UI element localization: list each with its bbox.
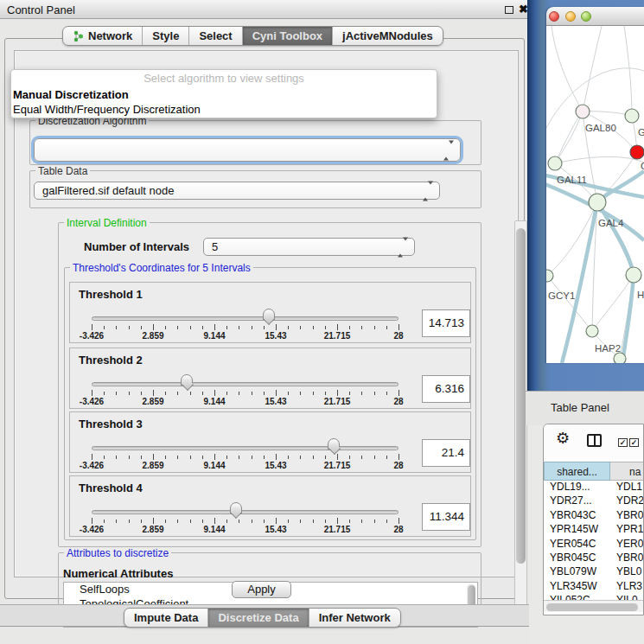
tab-network[interactable]: Network <box>63 27 142 45</box>
table-row[interactable]: YPR145WYPR1 <box>544 523 644 537</box>
slider-thumb[interactable] <box>328 438 340 450</box>
scrollbar-thumb[interactable] <box>516 228 526 564</box>
network-node[interactable] <box>586 325 598 337</box>
tick-mark <box>399 518 399 524</box>
slider-track[interactable] <box>92 446 399 450</box>
cell-shared-name[interactable]: YDL19... <box>544 481 610 494</box>
checkbox-icon[interactable]: ✓ <box>629 438 639 447</box>
network-node[interactable] <box>625 109 639 123</box>
tick-mark <box>325 520 326 523</box>
close-traffic-icon[interactable] <box>549 11 559 22</box>
threshold-4-value-field[interactable]: 11.344 <box>422 503 470 531</box>
cell-name[interactable]: YDL1 <box>610 481 644 494</box>
tick-mark <box>177 392 178 395</box>
cell-shared-name[interactable]: YER054C <box>544 538 610 552</box>
cell-name[interactable]: YBR0 <box>610 509 644 523</box>
slider-track[interactable] <box>92 382 399 386</box>
tab-style[interactable]: Style <box>142 27 188 45</box>
table-toolbar: ⚙ ✓ ✓ <box>544 424 644 462</box>
slider-thumb[interactable] <box>230 502 242 514</box>
table-row[interactable]: YDL19...YDL1 <box>544 481 644 494</box>
tick-mark <box>129 392 130 395</box>
network-canvas[interactable]: GAL80GAGAL11CGAL4GCY1HHAP2 <box>546 26 644 363</box>
network-node[interactable] <box>589 194 606 211</box>
tab-jactivemnodules[interactable]: jActiveMNodules <box>332 27 443 45</box>
network-window-titlebar[interactable] <box>546 7 644 26</box>
dropdown-option-manual-discretization[interactable]: Manual Discretization <box>11 87 437 102</box>
cell-shared-name[interactable]: YDR27... <box>544 494 610 508</box>
table-row[interactable]: YBL079WYBL0 <box>544 565 644 579</box>
cell-name[interactable]: YLR3 <box>610 580 644 594</box>
network-node[interactable] <box>546 270 553 282</box>
number-of-intervals-combobox[interactable]: 5 <box>203 238 415 256</box>
network-node[interactable] <box>548 156 562 170</box>
tab-cyni-toolbox[interactable]: Cyni Toolbox <box>242 27 332 45</box>
column-view-icon[interactable] <box>587 434 602 447</box>
tick-mark <box>276 324 277 330</box>
table-row[interactable]: YBR043CYBR0 <box>544 509 644 523</box>
tick-label: 9.144 <box>203 461 225 470</box>
cell-name[interactable]: YBL0 <box>610 565 644 579</box>
table-data-combobox[interactable]: galFiltered.sif default node <box>34 182 440 200</box>
cell-name[interactable]: YDR2 <box>610 494 644 508</box>
gear-icon[interactable]: ⚙ <box>556 430 570 446</box>
threshold-4-slider[interactable]: -3.4262.8599.14415.4321.71528 <box>92 476 399 538</box>
table-row[interactable]: YBR045CYBR0 <box>544 552 644 565</box>
cell-shared-name[interactable]: YLR345W <box>544 580 610 594</box>
network-node[interactable] <box>614 353 626 363</box>
cell-shared-name[interactable]: YBR043C <box>544 509 610 523</box>
threshold-3-slider[interactable]: -3.4262.8599.14415.4321.71528 <box>92 412 399 474</box>
algorithm-combobox[interactable] <box>34 138 461 162</box>
slider-track[interactable] <box>92 316 399 321</box>
tick-mark <box>386 392 387 395</box>
tick-mark <box>214 454 215 460</box>
tick-mark <box>325 326 326 329</box>
apply-button[interactable]: Apply <box>232 581 291 598</box>
checkbox-icon[interactable]: ✓ <box>618 438 628 447</box>
cell-shared-name[interactable]: YBL079W <box>544 565 610 579</box>
tick-mark <box>276 454 277 460</box>
minimize-traffic-icon[interactable] <box>565 11 576 22</box>
network-node[interactable] <box>576 105 590 118</box>
combo-arrows-icon <box>423 184 433 197</box>
cell-name[interactable]: YPR1 <box>610 523 644 537</box>
network-view-window: GAL80GAGAL11CGAL4GCY1HHAP2 <box>546 7 644 363</box>
cell-name[interactable]: YBR0 <box>610 552 644 565</box>
slider-thumb[interactable] <box>263 309 275 321</box>
cell-name[interactable]: YER0 <box>610 538 644 552</box>
cell-shared-name[interactable]: YBR045C <box>544 552 610 565</box>
float-icon[interactable] <box>505 6 513 14</box>
tick-mark <box>300 326 301 329</box>
threshold-3-value-field[interactable]: 21.4 <box>422 439 470 467</box>
threshold-1-value-field[interactable]: 14.713 <box>422 309 470 337</box>
panel-title: Control Panel <box>7 3 75 16</box>
table-row[interactable]: YLR345WYLR3 <box>544 580 644 594</box>
network-node[interactable] <box>626 267 641 283</box>
tab-discretize-data[interactable]: Discretize Data <box>207 609 308 627</box>
network-node[interactable] <box>630 145 644 159</box>
scrollbar-thumb[interactable] <box>546 603 638 611</box>
tab-network-label: Network <box>88 29 132 42</box>
threshold-2-slider[interactable]: -3.4262.8599.14415.4321.71528 <box>92 348 399 410</box>
slider-thumb[interactable] <box>181 374 193 386</box>
threshold-1-slider[interactable]: -3.4262.8599.14415.4321.71528 <box>92 283 399 344</box>
tab-select[interactable]: Select <box>188 27 241 45</box>
cell-shared-name[interactable]: YPR145W <box>544 523 610 537</box>
tab-infer-network[interactable]: Infer Network <box>309 609 400 627</box>
dropdown-option-equal-width-frequency[interactable]: Equal Width/Frequency Discretization <box>11 102 437 117</box>
tick-mark <box>129 456 130 459</box>
tab-impute-data[interactable]: Impute Data <box>124 609 207 627</box>
tick-mark <box>141 520 142 523</box>
node-label: H <box>637 290 644 300</box>
threshold-2-value-field[interactable]: 6.316 <box>422 375 470 403</box>
table-row[interactable]: YDR27...YDR2 <box>544 494 644 508</box>
column-header-shared-name[interactable]: shared... <box>544 462 610 481</box>
tick-mark <box>92 454 92 460</box>
table-row[interactable]: YER054CYER0 <box>544 538 644 552</box>
table-horizontal-scrollbar[interactable] <box>544 600 644 612</box>
tick-label: 21.715 <box>324 331 351 341</box>
column-header-name[interactable]: na <box>610 462 644 481</box>
slider-track[interactable] <box>92 510 399 514</box>
tick-mark <box>116 392 117 395</box>
zoom-traffic-icon[interactable] <box>581 11 591 22</box>
